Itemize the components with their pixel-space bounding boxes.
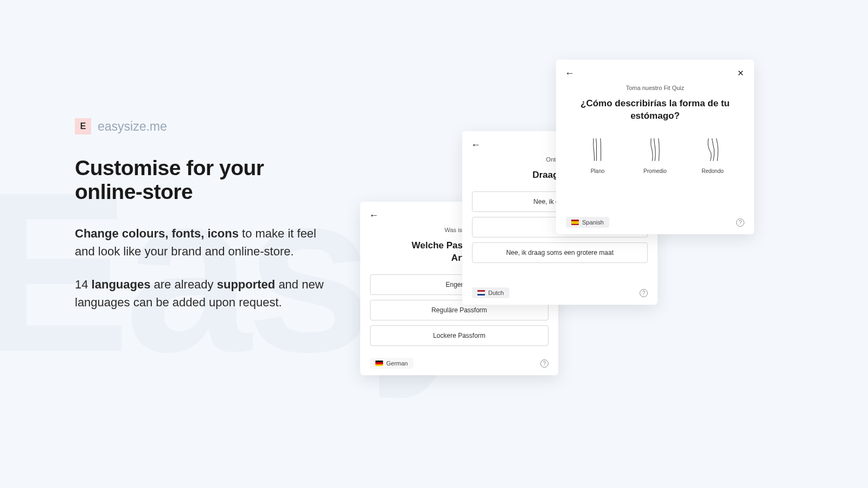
shape-option-plano[interactable]: Plano [579,137,616,174]
shape-label: Redondo [701,168,724,174]
torso-average-icon [645,137,666,163]
language-label: Dutch [488,290,504,296]
quiz-card-spanish: Toma nuestro Fit Quiz ¿Cómo describirías… [556,60,754,234]
help-icon[interactable]: ? [640,289,648,297]
logo-text: easysize.me [98,119,167,134]
headline: Customise for your online-store [75,156,335,204]
card-footer: German ? [370,358,548,369]
card-footer: Dutch ? [472,287,648,298]
help-icon[interactable]: ? [540,359,548,368]
shape-label: Plano [591,168,605,174]
card-title: ¿Cómo describirías la forma de tu estóma… [556,91,754,132]
logo-badge: E [75,118,91,134]
marketing-copy: E easysize.me Customise for your online-… [75,118,335,326]
para1-bold: Change colours, fonts, icons [75,227,239,240]
card-header [556,60,754,82]
para2-pre: 14 [75,278,92,291]
language-selector[interactable]: Spanish [566,217,609,228]
back-arrow-icon[interactable] [564,67,576,79]
language-label: Spanish [582,219,604,226]
shape-label: Promedio [643,168,667,174]
back-arrow-icon[interactable] [470,139,482,151]
language-label: German [386,360,408,367]
paragraph-2: 14 languages are already supported and n… [75,275,335,311]
spanish-flag-icon [571,220,579,225]
logo-row: E easysize.me [75,118,335,134]
help-icon[interactable]: ? [736,219,744,227]
torso-round-icon [703,137,723,163]
shape-option-promedio[interactable]: Promedio [637,137,674,174]
para2-mid: are already [150,278,216,291]
close-icon[interactable] [735,67,746,79]
para2-bold1: languages [92,278,151,291]
shape-options: Plano Promedio Redondo [556,132,754,175]
german-flag-icon [375,361,383,366]
dutch-flag-icon [477,290,485,296]
paragraph-1: Change colours, fonts, icons to make it … [75,224,335,260]
option-button[interactable]: Nee, ik draag soms een grotere maat [472,242,648,263]
para2-bold2: supported [217,278,276,291]
language-selector[interactable]: Dutch [472,287,509,298]
language-selector[interactable]: German [370,358,413,369]
back-arrow-icon[interactable] [368,209,380,221]
card-footer: Spanish ? [566,217,744,228]
torso-flat-icon [588,137,608,163]
option-button[interactable]: Lockere Passform [370,325,548,346]
card-subtitle: Toma nuestro Fit Quiz [556,85,754,91]
shape-option-redondo[interactable]: Redondo [694,137,731,174]
